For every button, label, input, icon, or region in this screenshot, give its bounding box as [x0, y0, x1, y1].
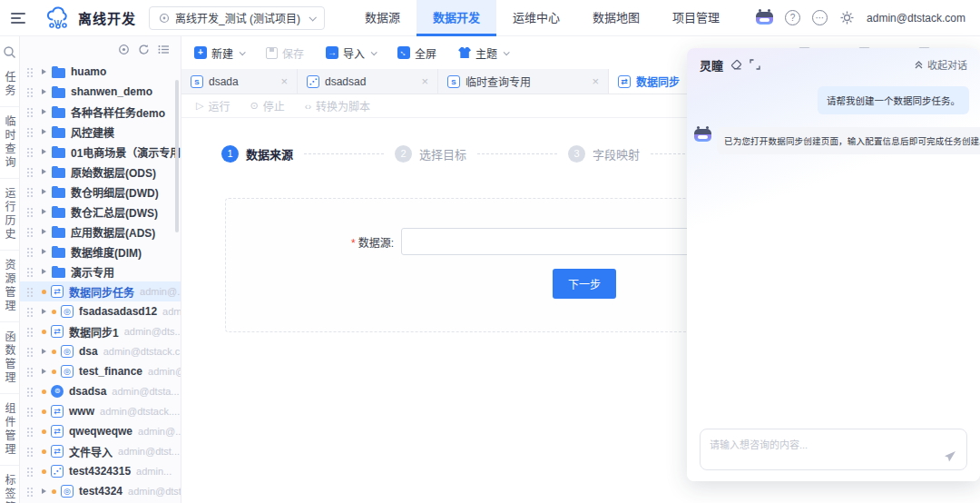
tree-item[interactable]: 数据维度(DIM): [20, 242, 181, 261]
drag-handle-icon[interactable]: [26, 227, 33, 237]
tree-scrollbar[interactable]: [175, 80, 179, 232]
user-email[interactable]: admin@dtstack.com: [867, 12, 965, 25]
drag-handle-icon[interactable]: [26, 67, 33, 77]
expand-caret-icon[interactable]: [42, 229, 46, 234]
theme-button[interactable]: 主题: [458, 45, 508, 61]
close-icon[interactable]: ×: [280, 75, 288, 87]
rail-item[interactable]: 任务: [0, 63, 19, 107]
drag-handle-icon[interactable]: [26, 427, 33, 437]
tree-item[interactable]: test4324315 admin...: [20, 461, 181, 481]
drag-handle-icon[interactable]: [26, 407, 33, 417]
rail-item[interactable]: 运行历史: [0, 179, 19, 251]
list-view-icon[interactable]: [158, 44, 170, 55]
drag-handle-icon[interactable]: [26, 267, 33, 277]
drag-handle-icon[interactable]: [26, 487, 33, 497]
next-step-button[interactable]: 下一步: [553, 269, 616, 299]
rail-item[interactable]: 临时查询: [0, 107, 19, 179]
drag-handle-icon[interactable]: [26, 87, 33, 97]
drag-handle-icon[interactable]: [26, 387, 33, 397]
chat-input[interactable]: [701, 429, 966, 469]
feedback-chat-icon[interactable]: ⋯: [812, 10, 828, 25]
rail-item[interactable]: 函数管理: [0, 322, 19, 394]
expand-panel-icon[interactable]: [750, 59, 760, 70]
tree-item[interactable]: shanwen_demo: [20, 82, 181, 102]
drag-handle-icon[interactable]: [26, 467, 33, 477]
expand-caret-icon[interactable]: [42, 488, 46, 494]
tree-item[interactable]: test4324 admin@dtst...: [20, 481, 181, 501]
run-button[interactable]: ▷ 运行: [196, 98, 230, 113]
tree-item[interactable]: 01电商场景（演示专用...: [20, 142, 181, 162]
tree-item[interactable]: 风控建模: [20, 122, 181, 142]
close-icon[interactable]: ×: [421, 75, 428, 87]
expand-caret-icon[interactable]: [42, 309, 46, 314]
collapse-chat-button[interactable]: 收起对话: [914, 57, 967, 72]
drag-handle-icon[interactable]: [26, 367, 33, 377]
import-button[interactable]: → 导入: [326, 45, 376, 61]
stop-button[interactable]: ⊙ 停止: [250, 98, 284, 113]
drag-handle-icon[interactable]: [26, 187, 33, 197]
nav-item[interactable]: 数据开发: [416, 0, 496, 36]
locate-file-icon[interactable]: [118, 44, 130, 55]
expand-caret-icon[interactable]: [42, 189, 46, 194]
send-icon[interactable]: [943, 449, 957, 464]
search-icon[interactable]: [3, 45, 16, 59]
drag-handle-icon[interactable]: [26, 127, 33, 137]
tree-item[interactable]: fsadasadasd12 admi...: [20, 301, 181, 321]
help-icon[interactable]: ?: [785, 10, 800, 25]
drag-handle-icon[interactable]: [26, 347, 33, 357]
fullscreen-button[interactable]: ↔ 全屏: [397, 45, 436, 61]
settings-gear-icon[interactable]: [839, 10, 855, 25]
convert-to-script-button[interactable]: ‹› 转换为脚本: [305, 98, 370, 113]
rail-item[interactable]: 资源管理: [0, 251, 19, 322]
hamburger-menu-icon[interactable]: [11, 13, 25, 24]
tree-item[interactable]: huamo: [20, 62, 181, 82]
close-icon[interactable]: ×: [592, 75, 599, 87]
new-button[interactable]: + 新建: [194, 45, 244, 61]
drag-handle-icon[interactable]: [26, 287, 33, 297]
tree-item[interactable]: 数仓汇总层(DWS): [20, 202, 181, 222]
expand-caret-icon[interactable]: [42, 209, 46, 214]
editor-tab[interactable]: dsada ×: [181, 69, 298, 94]
tree-item[interactable]: test_finance admin@...: [20, 361, 181, 381]
drag-handle-icon[interactable]: [26, 247, 33, 257]
expand-caret-icon[interactable]: [42, 369, 46, 374]
expand-caret-icon[interactable]: [42, 249, 46, 254]
ai-assistant-icon[interactable]: [756, 12, 773, 25]
tree-item[interactable]: qweqweqwe admin@...: [20, 421, 181, 441]
tree-item[interactable]: 演示专用: [20, 261, 181, 281]
nav-item[interactable]: 运维中心: [496, 0, 576, 36]
tree-item[interactable]: 数据同步1 admin@dts...: [20, 321, 181, 341]
drag-handle-icon[interactable]: [26, 307, 33, 317]
expand-caret-icon[interactable]: [42, 89, 46, 94]
expand-caret-icon[interactable]: [42, 269, 46, 274]
tree-item[interactable]: 各种各样任务demo: [20, 102, 181, 122]
drag-handle-icon[interactable]: [26, 167, 33, 177]
expand-caret-icon[interactable]: [42, 149, 46, 154]
refresh-icon[interactable]: [138, 44, 150, 55]
editor-tab[interactable]: dsadsad ×: [298, 69, 438, 94]
tree-item[interactable]: 数据同步任务 admin@...: [20, 281, 181, 301]
expand-caret-icon[interactable]: [42, 169, 46, 174]
tree-item[interactable]: 原始数据层(ODS): [20, 162, 181, 182]
tree-item[interactable]: 应用数据层(ADS): [20, 222, 181, 242]
nav-item[interactable]: 数据地图: [576, 0, 656, 36]
drag-handle-icon[interactable]: [26, 147, 33, 157]
expand-caret-icon[interactable]: [42, 109, 46, 114]
project-selector[interactable]: 离线开发_测试 (测试项目): [149, 6, 325, 30]
nav-item[interactable]: 数据源: [348, 0, 416, 36]
editor-tab[interactable]: 临时查询专用 ×: [438, 69, 609, 94]
tree-item[interactable]: dsadsa admin@dtsta...: [20, 381, 181, 401]
expand-caret-icon[interactable]: [42, 349, 46, 354]
clear-chat-eraser-icon[interactable]: [730, 59, 742, 71]
drag-handle-icon[interactable]: [26, 327, 33, 337]
tree-item[interactable]: www admin@dtstack....: [20, 401, 181, 421]
tree-item[interactable]: 文件导入 admin@dtst...: [20, 441, 181, 461]
rail-item[interactable]: 标签管理: [0, 466, 19, 503]
drag-handle-icon[interactable]: [26, 107, 33, 117]
expand-caret-icon[interactable]: [42, 129, 46, 134]
tree-item[interactable]: 数仓明细层(DWD): [20, 182, 181, 202]
drag-handle-icon[interactable]: [26, 447, 33, 457]
nav-item[interactable]: 项目管理: [656, 0, 736, 36]
rail-item[interactable]: 组件管理: [0, 394, 19, 466]
tree-item[interactable]: dsa admin@dtstack.c...: [20, 341, 181, 361]
